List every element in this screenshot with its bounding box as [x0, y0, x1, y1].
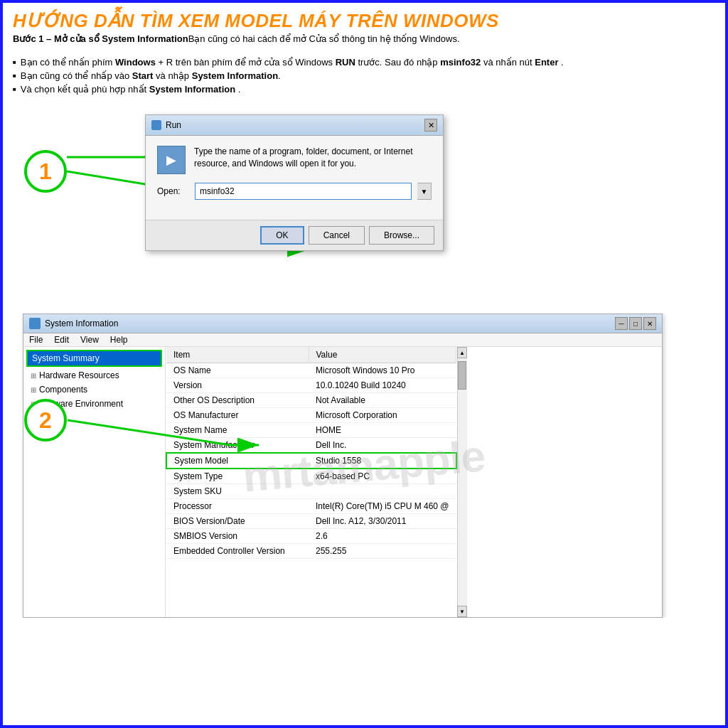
cell-value [309, 484, 456, 499]
cell-value: 2.6 [309, 529, 456, 544]
subtitle-rest: Bạn cũng có hai cách để mở Cửa sổ thông … [188, 33, 460, 44]
sysinfo-close[interactable]: ✕ [643, 317, 656, 330]
run-ok-button[interactable]: OK [260, 226, 304, 245]
circle-label-2: 2 [24, 399, 67, 441]
run-dialog-title: Run [151, 120, 181, 130]
cell-item: SMBIOS Version [166, 529, 309, 544]
open-label: Open: [157, 186, 189, 196]
bullet-item-3: Và chọn kết quả phù hợp nhất System Info… [13, 84, 715, 95]
instructions: Bạn có thể nhấn phím Windows + R trên bà… [3, 47, 725, 105]
sysinfo-menubar: File Edit View Help [23, 333, 662, 347]
run-dialog-close[interactable]: ✕ [424, 119, 437, 132]
sidebar-system-summary[interactable]: System Summary [26, 350, 162, 367]
subtitle: Bước 1 – Mở cửa sổ System InformationBạn… [13, 33, 715, 44]
run-open-input[interactable] [195, 183, 412, 200]
run-description: Type the name of a program, folder, docu… [194, 146, 432, 170]
run-dialog: Run ✕ Type the name of a program, folder… [145, 114, 444, 251]
table-row: Embedded Controller Version255.255 [166, 544, 456, 559]
run-icon-small [151, 120, 161, 130]
open-dropdown[interactable]: ▼ [417, 183, 432, 200]
sysinfo-sidebar: System Summary ⊞ Hardware Resources ⊞ Co… [23, 347, 166, 617]
menu-help[interactable]: Help [110, 335, 128, 345]
cell-item: BIOS Version/Date [166, 514, 309, 529]
expand-icon-1: ⊞ [31, 372, 36, 380]
cell-value: 10.0.10240 Build 10240 [309, 378, 456, 393]
run-dialog-buttons: OK Cancel Browse... [146, 220, 443, 250]
sysinfo-minimize[interactable]: ─ [615, 317, 628, 330]
scroll-up-button[interactable]: ▲ [457, 347, 467, 358]
run-cancel-button[interactable]: Cancel [309, 226, 365, 245]
table-row: Other OS DescriptionNot Available [166, 393, 456, 408]
table-row: System Typex64-based PC [166, 469, 456, 484]
table-row: OS NameMicrosoft Windows 10 Pro [166, 363, 456, 378]
cell-value: x64-based PC [309, 469, 456, 484]
cell-item: OS Manufacturer [166, 408, 309, 423]
run-dialog-titlebar: Run ✕ [146, 115, 443, 136]
scroll-down-button[interactable]: ▼ [457, 606, 467, 617]
cell-item: Processor [166, 499, 309, 514]
expand-icon-2: ⊞ [31, 386, 36, 394]
cell-value: 255.255 [309, 544, 456, 559]
cell-item: System Name [166, 423, 309, 438]
cell-item: Version [166, 378, 309, 393]
cell-item: System Model [166, 453, 309, 469]
sysinfo-window: System Information ─ □ ✕ File Edit View … [23, 314, 663, 618]
sysinfo-scroll-area: Item Value OS NameMicrosoft Windows 10 P… [166, 347, 467, 617]
table-row: System SKU [166, 484, 456, 499]
table-row: System NameHOME [166, 423, 456, 438]
subtitle-bold: Bước 1 – Mở cửa sổ System Information [13, 33, 188, 44]
sysinfo-title-icon [29, 318, 41, 329]
cell-value: HOME [309, 423, 456, 438]
sysinfo-title-left: System Information [29, 318, 118, 329]
cell-value: Dell Inc. A12, 3/30/2011 [309, 514, 456, 529]
main-title: HƯỚNG DẪN TÌM XEM MODEL MÁY TRÊN WINDOWS [13, 10, 715, 32]
open-row: Open: ▼ [157, 183, 432, 200]
cell-item: Other OS Description [166, 393, 309, 408]
cell-value: Not Available [309, 393, 456, 408]
run-dialog-body: Type the name of a program, folder, docu… [146, 136, 443, 220]
table-row: OS ManufacturerMicrosoft Corporation [166, 408, 456, 423]
cell-item: System Type [166, 469, 309, 484]
bottom-section: mrtamapple 2 System Information ─ □ ✕ [3, 314, 725, 618]
col-item: Item [166, 347, 309, 363]
sysinfo-maximize[interactable]: □ [629, 317, 642, 330]
cell-item: System Manufacturer [166, 438, 309, 454]
sysinfo-titlebar: System Information ─ □ ✕ [23, 314, 662, 333]
sysinfo-controls: ─ □ ✕ [615, 317, 656, 330]
cell-item: OS Name [166, 363, 309, 378]
cell-item: Embedded Controller Version [166, 544, 309, 559]
sysinfo-body: System Summary ⊞ Hardware Resources ⊞ Co… [23, 347, 662, 617]
cell-item: System SKU [166, 484, 309, 499]
bullet-item-1: Bạn có thể nhấn phím Windows + R trên bà… [13, 57, 715, 68]
cell-value: Microsoft Corporation [309, 408, 456, 423]
menu-file[interactable]: File [29, 335, 43, 345]
sysinfo-table: Item Value OS NameMicrosoft Windows 10 P… [166, 347, 457, 559]
table-row: System ModelStudio 1558 [166, 453, 456, 469]
sidebar-hardware-resources[interactable]: ⊞ Hardware Resources [26, 368, 162, 382]
table-row: System ManufacturerDell Inc. [166, 438, 456, 454]
run-program-icon [157, 146, 186, 174]
bullet-list: Bạn có thể nhấn phím Windows + R trên bà… [13, 57, 715, 95]
sidebar-components[interactable]: ⊞ Components [26, 382, 162, 397]
run-dialog-top: Type the name of a program, folder, docu… [157, 146, 432, 174]
diagram-area: 1 Run ✕ Type [3, 107, 725, 314]
sysinfo-title-text: System Information [45, 318, 118, 328]
cell-value: Microsoft Windows 10 Pro [309, 363, 456, 378]
scroll-thumb[interactable] [458, 361, 466, 390]
cell-value: Intel(R) Core(TM) i5 CPU M 460 @ [309, 499, 456, 514]
col-value: Value [309, 347, 456, 363]
table-row: SMBIOS Version2.6 [166, 529, 456, 544]
circle-label-1: 1 [24, 150, 67, 193]
bullet-item-2: Bạn cũng có thể nhấp vào Start và nhập S… [13, 70, 715, 81]
sysinfo-scrollbar[interactable]: ▲ ▼ [457, 347, 467, 617]
menu-edit[interactable]: Edit [54, 335, 69, 345]
table-row: Version10.0.10240 Build 10240 [166, 378, 456, 393]
menu-view[interactable]: View [80, 335, 99, 345]
sysinfo-table-wrap: Item Value OS NameMicrosoft Windows 10 P… [166, 347, 457, 617]
run-browse-button[interactable]: Browse... [369, 226, 434, 245]
header: HƯỚNG DẪN TÌM XEM MODEL MÁY TRÊN WINDOWS… [3, 3, 725, 47]
table-row: ProcessorIntel(R) Core(TM) i5 CPU M 460 … [166, 499, 456, 514]
cell-value: Studio 1558 [309, 453, 456, 469]
table-row: BIOS Version/DateDell Inc. A12, 3/30/201… [166, 514, 456, 529]
cell-value: Dell Inc. [309, 438, 456, 454]
